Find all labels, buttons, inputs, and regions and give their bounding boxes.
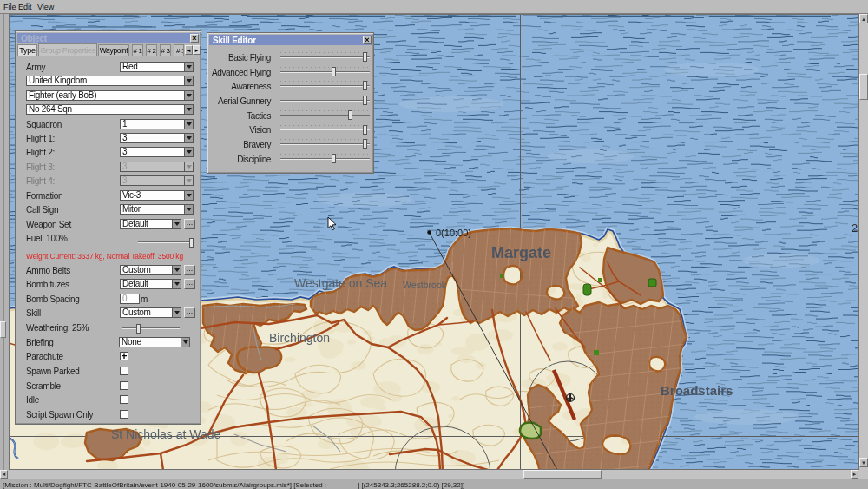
svg-text:St Nicholas at Wade: St Nicholas at Wade [111,427,221,441]
svg-text:0(10:00): 0(10:00) [436,228,471,238]
svg-text:Westgate on Sea: Westgate on Sea [294,276,387,290]
svg-text:2: 2 [852,221,858,235]
svg-text:Broadstairs: Broadstairs [661,383,733,398]
svg-text:Birchington: Birchington [269,331,330,345]
svg-text:Margate: Margate [491,244,551,261]
svg-text:Westbrook: Westbrook [403,280,447,290]
